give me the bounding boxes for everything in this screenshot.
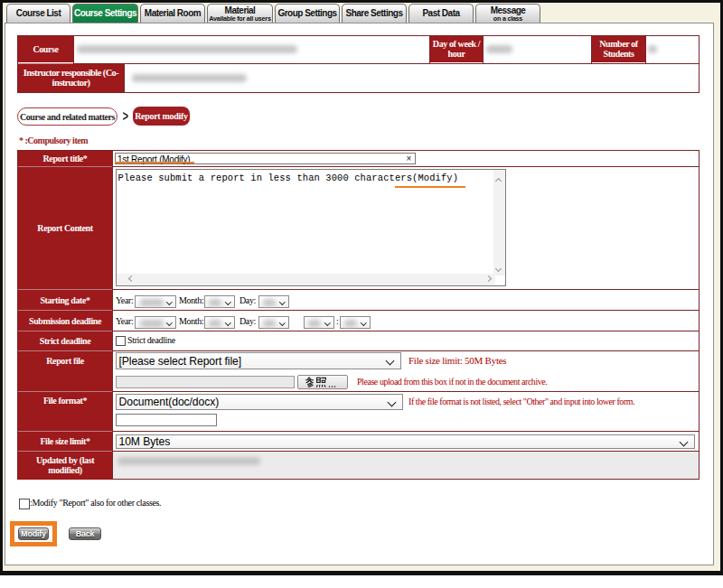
starting-day-select[interactable] xyxy=(258,295,289,308)
scroll-up-icon[interactable] xyxy=(495,178,502,184)
chevron-down-icon xyxy=(386,357,395,366)
report-file-select-value: [Please select Report file] xyxy=(119,355,242,368)
deadline-day-label: Day: xyxy=(239,316,256,326)
instructor-label: Instructor responsible (Co- instructor) xyxy=(18,64,124,92)
file-size-limit-select[interactable]: 10M Bytes xyxy=(116,434,695,449)
table-border-line xyxy=(429,36,430,63)
chevron-down-icon xyxy=(279,299,285,304)
redacted-select-value xyxy=(209,320,221,327)
deadline-time-separator: : xyxy=(336,316,338,326)
textarea-horizontal-scrollbar[interactable] xyxy=(117,274,495,285)
tab-message-sublabel: on a class xyxy=(476,15,540,23)
table-border-line xyxy=(18,331,112,331)
course-label: Course xyxy=(18,36,73,63)
deadline-minute-select[interactable] xyxy=(340,316,371,329)
chevron-down-icon xyxy=(680,438,689,447)
course-value-redacted xyxy=(77,45,297,53)
tab-past-data[interactable]: Past Data xyxy=(408,4,474,23)
tab-message[interactable]: Message on a class xyxy=(475,4,540,23)
tab-course-settings[interactable]: Course Settings xyxy=(72,4,138,23)
scroll-left-icon[interactable] xyxy=(128,275,135,282)
file-format-other-input[interactable] xyxy=(116,414,217,426)
table-border-line xyxy=(18,391,112,392)
report-content-text: Please submit a report in less than 3000… xyxy=(118,173,459,183)
chevron-down-icon xyxy=(388,398,397,407)
strict-deadline-checkbox[interactable] xyxy=(116,336,126,346)
scroll-right-icon[interactable] xyxy=(485,275,492,282)
breadcrumb-separator: > xyxy=(120,105,130,127)
deadline-year-label: Year: xyxy=(116,316,133,326)
updated-by-cell xyxy=(113,452,699,479)
tab-share-settings[interactable]: Share Settings xyxy=(342,4,407,23)
table-border-line xyxy=(18,431,112,432)
day-of-week-label: Day of week / hour xyxy=(430,36,483,63)
deadline-year-select[interactable] xyxy=(135,316,176,329)
strict-deadline-checkbox-label: Strict deadline xyxy=(127,335,175,345)
tab-material[interactable]: Material Available for all users xyxy=(207,4,273,23)
starting-year-label: Year: xyxy=(116,295,133,305)
starting-year-select[interactable] xyxy=(135,295,176,308)
clear-input-icon[interactable]: × xyxy=(407,154,412,163)
redacted-select-value xyxy=(344,320,357,327)
file-format-select-value: Document(doc/docx) xyxy=(119,396,220,408)
table-border-line xyxy=(124,64,125,92)
table-border-line xyxy=(18,350,112,351)
report-content-label: Report Content xyxy=(18,167,112,289)
table-border-line xyxy=(591,36,592,63)
apply-other-classes-checkbox[interactable] xyxy=(19,499,30,509)
redacted-select-value xyxy=(209,299,221,306)
table-border-line xyxy=(645,36,646,63)
table-border-line xyxy=(17,391,700,392)
report-title-label: Report title* xyxy=(18,151,112,166)
content-annotation-underline xyxy=(395,186,465,188)
submission-deadline-label: Submission deadline xyxy=(18,311,112,331)
chevron-down-icon xyxy=(166,299,172,304)
table-border-line xyxy=(17,310,700,311)
breadcrumb-parent-button[interactable]: Course and related matters xyxy=(17,107,117,126)
tab-group-settings[interactable]: Group Settings xyxy=(275,4,340,23)
textarea-vertical-scrollbar[interactable] xyxy=(493,170,505,275)
upload-file-input[interactable] xyxy=(116,376,295,388)
chevron-down-icon xyxy=(225,320,230,325)
table-border-line xyxy=(18,451,112,452)
table-border-line xyxy=(18,166,112,167)
starting-date-label: Starting date* xyxy=(18,290,112,310)
deadline-month-label: Month: xyxy=(179,316,203,326)
tab-material-sublabel: Available for all users xyxy=(208,15,272,23)
file-format-select[interactable]: Document(doc/docx) xyxy=(116,394,403,410)
title-annotation-underline xyxy=(115,162,194,163)
number-of-students-label: Number of Students xyxy=(592,36,645,63)
upload-note: Please upload from this box if not in th… xyxy=(357,377,547,387)
starting-month-select[interactable] xyxy=(204,295,235,308)
deadline-day-select[interactable] xyxy=(258,316,289,329)
deadline-month-select[interactable] xyxy=(204,316,235,329)
scroll-down-icon[interactable] xyxy=(495,266,502,272)
browse-button-kanji-icon xyxy=(305,377,341,388)
deadline-hour-select[interactable] xyxy=(304,316,334,329)
report-file-label: Report file xyxy=(18,351,112,391)
chevron-down-icon xyxy=(166,320,172,325)
chevron-down-icon xyxy=(279,320,285,325)
table-border-line xyxy=(112,151,113,479)
table-border-line xyxy=(18,63,73,64)
redacted-select-value xyxy=(263,320,276,327)
file-size-note: File size limit: 50M Bytes xyxy=(408,355,506,366)
updated-by-value-redacted xyxy=(117,457,260,465)
back-button[interactable]: Back xyxy=(69,527,101,540)
tab-material-room[interactable]: Material Room xyxy=(140,4,205,23)
file-format-label: File format* xyxy=(18,392,112,431)
breadcrumb-current-button[interactable]: Report modify xyxy=(133,107,190,126)
updated-by-label: Updated by (last modified) xyxy=(18,452,112,480)
compulsory-note: * :Compulsory item xyxy=(19,135,88,145)
file-format-note: If the file format is not listed, select… xyxy=(408,397,634,406)
apply-other-classes-label: :Modify "Report" also for other classes. xyxy=(30,498,161,508)
report-file-select[interactable]: [Please select Report file] xyxy=(116,352,401,369)
redacted-select-value xyxy=(263,299,276,306)
browse-button[interactable] xyxy=(297,375,348,389)
report-modify-page: Course List Course Settings Material Roo… xyxy=(0,0,723,588)
tab-course-list[interactable]: Course List xyxy=(6,4,70,23)
chevron-down-icon xyxy=(361,320,366,325)
table-border-line xyxy=(17,289,700,290)
modify-button[interactable]: Modify xyxy=(18,527,49,540)
redacted-select-value xyxy=(140,299,164,306)
